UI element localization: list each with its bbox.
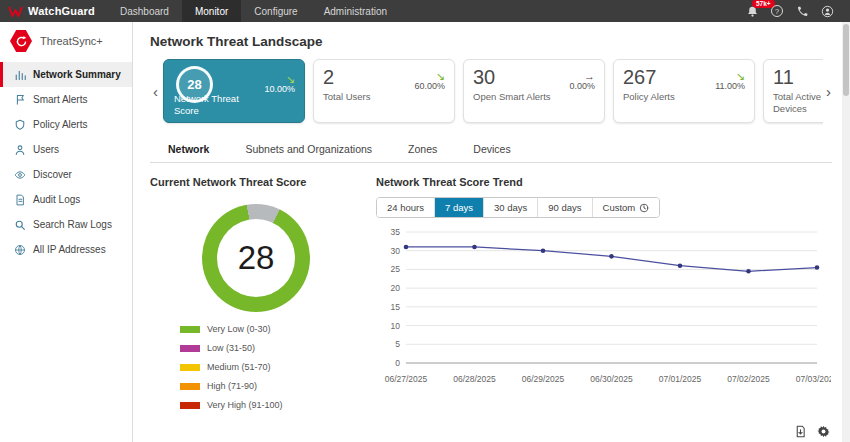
- sidebar-item-network-summary[interactable]: Network Summary: [0, 62, 132, 87]
- range-90-days[interactable]: 90 days: [538, 198, 592, 217]
- nav-configure[interactable]: Configure: [241, 0, 310, 22]
- svg-text:25: 25: [391, 264, 401, 274]
- panel-actions: [794, 425, 830, 438]
- trend-chart: 0510152025303506/27/202506/28/202506/29/…: [376, 224, 831, 389]
- svg-text:06/30/2025: 06/30/2025: [590, 374, 633, 384]
- sidebar-item-label: Policy Alerts: [33, 119, 87, 130]
- smart-alerts-icon: [14, 94, 26, 106]
- score-legend: Very Low (0-30) Low (31-50) Medium (51-7…: [180, 324, 362, 410]
- top-navigation: Dashboard Monitor Configure Administrati…: [107, 0, 400, 22]
- card-delta: → 0.00%: [569, 70, 595, 92]
- legend-swatch: [180, 326, 200, 333]
- card-total-active-devices[interactable]: 11 ↘ Total Active Devices: [763, 59, 823, 123]
- svg-text:10: 10: [391, 321, 401, 331]
- product-name: ThreatSync+: [40, 35, 103, 47]
- range-label: 90 days: [548, 202, 581, 213]
- sidebar-item-users[interactable]: Users: [0, 137, 132, 162]
- sidebar-item-label: Smart Alerts: [33, 94, 87, 105]
- card-open-smart-alerts[interactable]: 30 → 0.00% Open Smart Alerts: [463, 59, 605, 123]
- sidebar-item-label: Network Summary: [33, 69, 121, 80]
- tab-network[interactable]: Network: [150, 137, 227, 162]
- nav-administration[interactable]: Administration: [311, 0, 400, 22]
- sidebar-item-all-ip-addresses[interactable]: All IP Addresses: [0, 237, 132, 262]
- card-label: Total Active Devices: [773, 91, 823, 115]
- card-label: Total Users: [323, 91, 419, 103]
- help-question-mark: ?: [771, 5, 783, 17]
- nav-dashboard[interactable]: Dashboard: [107, 0, 182, 22]
- topbar: WatchGuard Dashboard Monitor Configure A…: [0, 0, 850, 22]
- sidebar-item-smart-alerts[interactable]: Smart Alerts: [0, 87, 132, 112]
- svg-text:0: 0: [395, 358, 400, 368]
- legend-swatch: [180, 383, 200, 390]
- legend-row: Low (31-50): [180, 343, 362, 353]
- legend-row: Medium (51-70): [180, 362, 362, 372]
- card-network-threat-score[interactable]: 28 ↘ 10.00% Network Threat Score: [163, 59, 305, 123]
- help-icon[interactable]: ?: [770, 4, 784, 18]
- range-custom[interactable]: Custom: [593, 198, 660, 217]
- legend-label: Low (31-50): [207, 343, 255, 353]
- svg-text:07/02/2025: 07/02/2025: [727, 374, 770, 384]
- sidebar-item-label: Search Raw Logs: [33, 219, 112, 230]
- card-total-users[interactable]: 2 ↘ 60.00% Total Users: [313, 59, 455, 123]
- svg-text:07/01/2025: 07/01/2025: [659, 374, 702, 384]
- legend-label: Very High (91-100): [207, 400, 283, 410]
- settings-gear-icon[interactable]: [817, 425, 830, 438]
- card-label: Open Smart Alerts: [473, 91, 569, 103]
- threat-score-value: 28: [217, 219, 295, 297]
- account-icon[interactable]: [820, 4, 834, 18]
- range-7-days[interactable]: 7 days: [435, 198, 484, 217]
- legend-label: High (71-90): [207, 381, 257, 391]
- audit-logs-icon: [14, 194, 26, 206]
- main-content: Network Threat Landscape ‹ 28 ↘ 10.00% N…: [134, 22, 842, 442]
- vertical-scrollbar[interactable]: [842, 22, 850, 442]
- globe-icon: [14, 244, 26, 256]
- legend-swatch: [180, 345, 200, 352]
- trend-panel: Network Threat Score Trend 24 hours 7 da…: [362, 176, 832, 419]
- notifications-bell-icon[interactable]: 57k+: [745, 4, 759, 18]
- nav-monitor[interactable]: Monitor: [182, 0, 241, 22]
- phone-support-icon[interactable]: [795, 4, 809, 18]
- card-label: Policy Alerts: [623, 91, 719, 103]
- legend-row: Very High (91-100): [180, 400, 362, 410]
- summary-icon: [14, 69, 26, 81]
- carousel-left-arrow[interactable]: ‹: [150, 59, 161, 125]
- tab-devices[interactable]: Devices: [455, 137, 528, 162]
- svg-text:35: 35: [391, 227, 401, 237]
- page-title: Network Threat Landscape: [150, 34, 832, 49]
- score-panel-title: Current Network Threat Score: [150, 176, 362, 188]
- users-icon: [14, 144, 26, 156]
- discover-icon: [14, 169, 26, 181]
- legend-swatch: [180, 364, 200, 371]
- sidebar-item-search-raw-logs[interactable]: Search Raw Logs: [0, 212, 132, 237]
- tab-zones[interactable]: Zones: [390, 137, 455, 162]
- sidebar-item-label: All IP Addresses: [33, 244, 106, 255]
- sidebar-item-discover[interactable]: Discover: [0, 162, 132, 187]
- svg-text:06/28/2025: 06/28/2025: [453, 374, 496, 384]
- legend-label: Medium (51-70): [207, 362, 271, 372]
- card-delta: ↘ 60.00%: [414, 70, 445, 92]
- export-report-icon[interactable]: [794, 425, 807, 438]
- card-delta-value: 60.00%: [414, 81, 445, 91]
- range-30-days[interactable]: 30 days: [484, 198, 538, 217]
- watchguard-logo: WatchGuard: [0, 5, 107, 17]
- svg-text:06/27/2025: 06/27/2025: [385, 374, 428, 384]
- legend-row: High (71-90): [180, 381, 362, 391]
- card-delta-value: 11.00%: [715, 81, 745, 91]
- svg-text:15: 15: [391, 302, 401, 312]
- range-24-hours[interactable]: 24 hours: [377, 198, 435, 217]
- clock-icon: [639, 203, 649, 213]
- sidebar-item-audit-logs[interactable]: Audit Logs: [0, 187, 132, 212]
- time-range-selector: 24 hours 7 days 30 days 90 days Custom: [376, 197, 660, 218]
- brand-text: WatchGuard: [28, 5, 95, 17]
- tab-subnets-and-organizations[interactable]: Subnets and Organizations: [227, 137, 390, 162]
- carousel-right-arrow[interactable]: ›: [823, 59, 834, 125]
- scrollbar-thumb[interactable]: [843, 24, 849, 96]
- threat-score-donut: 28: [202, 204, 310, 312]
- svg-text:30: 30: [391, 246, 401, 256]
- sidebar-item-label: Discover: [33, 169, 72, 180]
- sidebar-item-policy-alerts[interactable]: Policy Alerts: [0, 112, 132, 137]
- card-delta: ↘ 10.00%: [264, 73, 295, 95]
- svg-text:5: 5: [395, 339, 400, 349]
- card-policy-alerts[interactable]: 267 ↘ 11.00% Policy Alerts: [613, 59, 755, 123]
- kpi-cards: 28 ↘ 10.00% Network Threat Score 2 ↘ 60.…: [161, 57, 823, 126]
